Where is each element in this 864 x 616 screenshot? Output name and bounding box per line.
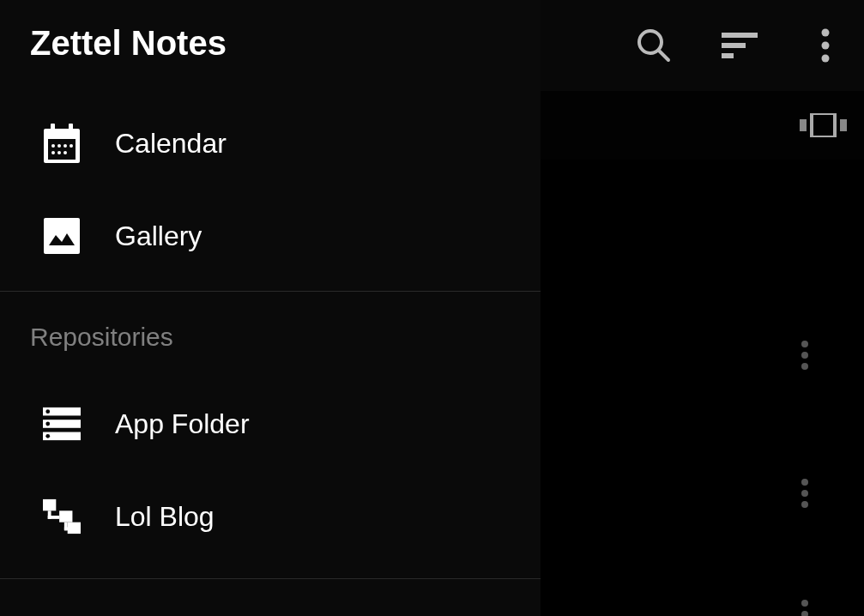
search-icon[interactable] bbox=[632, 24, 675, 67]
svg-point-41 bbox=[801, 501, 808, 508]
svg-rect-27 bbox=[722, 33, 758, 38]
drawer-item-label: App Folder bbox=[115, 408, 250, 440]
svg-rect-2 bbox=[51, 124, 55, 132]
svg-point-39 bbox=[801, 479, 808, 486]
svg-point-7 bbox=[69, 144, 73, 148]
drawer-item-gallery[interactable]: Gallery bbox=[0, 190, 541, 282]
svg-rect-28 bbox=[722, 43, 746, 48]
svg-point-8 bbox=[51, 151, 55, 154]
drawer-item-label: Gallery bbox=[115, 220, 202, 252]
svg-rect-3 bbox=[69, 124, 73, 132]
svg-point-6 bbox=[63, 144, 67, 148]
svg-rect-34 bbox=[812, 113, 835, 137]
svg-point-17 bbox=[45, 434, 50, 438]
drawer-item-label: Lol Blog bbox=[115, 501, 214, 533]
list-item[interactable] bbox=[541, 426, 864, 559]
more-vert-icon[interactable] bbox=[793, 481, 817, 505]
svg-point-10 bbox=[63, 151, 67, 154]
more-vert-icon[interactable] bbox=[793, 602, 817, 616]
svg-point-15 bbox=[45, 409, 50, 414]
tree-icon bbox=[43, 498, 81, 535]
drawer-repo-lol-blog[interactable]: Lol Blog bbox=[0, 470, 541, 563]
app-title: Zettel Notes bbox=[0, 0, 541, 97]
svg-rect-35 bbox=[840, 119, 847, 131]
svg-rect-29 bbox=[722, 53, 734, 58]
drawer-repo-app-folder[interactable]: App Folder bbox=[0, 377, 541, 470]
drawer-item-label: Calendar bbox=[115, 128, 227, 160]
content-header-row bbox=[541, 91, 864, 160]
list-item[interactable] bbox=[541, 565, 864, 616]
svg-point-16 bbox=[45, 422, 50, 426]
svg-point-32 bbox=[822, 55, 830, 63]
more-vert-icon[interactable] bbox=[793, 343, 817, 367]
gallery-icon bbox=[43, 217, 81, 255]
navigation-drawer: Zettel Notes Calendar bbox=[0, 0, 541, 616]
svg-point-36 bbox=[801, 341, 808, 347]
svg-rect-11 bbox=[44, 218, 80, 254]
list-item[interactable] bbox=[541, 288, 864, 421]
svg-rect-18 bbox=[43, 499, 56, 510]
svg-rect-22 bbox=[48, 516, 59, 519]
section-header-repositories: Repositories bbox=[0, 292, 541, 377]
storage-icon bbox=[43, 405, 81, 443]
svg-rect-33 bbox=[800, 119, 807, 131]
app-header bbox=[541, 0, 864, 91]
sort-icon[interactable] bbox=[718, 24, 761, 67]
calendar-icon bbox=[43, 124, 81, 162]
drawer-item-calendar[interactable]: Calendar bbox=[0, 97, 541, 190]
main-content-area bbox=[541, 0, 864, 616]
svg-point-42 bbox=[801, 600, 808, 607]
svg-point-43 bbox=[801, 611, 808, 616]
divider bbox=[0, 578, 541, 579]
svg-rect-19 bbox=[59, 510, 72, 522]
svg-point-38 bbox=[801, 363, 808, 370]
svg-point-37 bbox=[801, 352, 808, 359]
svg-point-31 bbox=[822, 42, 830, 50]
svg-line-26 bbox=[659, 51, 668, 60]
svg-point-40 bbox=[801, 490, 808, 497]
svg-point-9 bbox=[57, 151, 61, 154]
svg-rect-1 bbox=[48, 139, 76, 160]
content-list bbox=[541, 91, 864, 616]
list-item[interactable] bbox=[541, 160, 864, 281]
svg-point-4 bbox=[51, 144, 55, 148]
svg-point-30 bbox=[822, 29, 830, 37]
carousel-view-icon[interactable] bbox=[800, 112, 847, 139]
more-vert-icon[interactable] bbox=[804, 24, 847, 67]
svg-rect-24 bbox=[64, 527, 71, 530]
svg-point-5 bbox=[57, 144, 61, 148]
